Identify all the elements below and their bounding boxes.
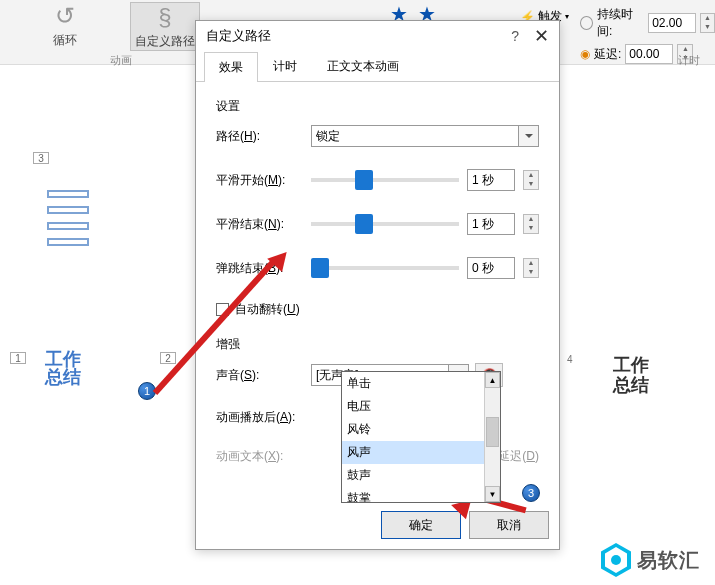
sound-label: 声音(S): xyxy=(216,367,311,384)
slide-number-badge[interactable]: 3 xyxy=(33,152,49,164)
dialog-title: 自定义路径 xyxy=(206,27,511,45)
smooth-end-value[interactable] xyxy=(467,213,515,235)
brand-text: 易软汇 xyxy=(637,547,700,574)
bounce-end-value[interactable] xyxy=(467,257,515,279)
delay-label: 延迟: xyxy=(594,46,621,63)
tab-effect[interactable]: 效果 xyxy=(204,52,258,82)
smooth-end-slider[interactable] xyxy=(311,222,459,226)
duration-spinner[interactable]: ▲▼ xyxy=(700,13,715,33)
slide-number-badge: 4 xyxy=(567,354,573,365)
ok-button[interactable]: 确定 xyxy=(381,511,461,539)
duration-label: 持续时间: xyxy=(597,6,644,40)
after-anim-label: 动画播放后(A): xyxy=(216,409,311,426)
path-combo[interactable]: 锁定 xyxy=(311,125,539,147)
loop-icon: ↺ xyxy=(55,2,75,30)
dropdown-option[interactable]: 电压 xyxy=(342,395,500,418)
ribbon-loop-button[interactable]: ↺ 循环 xyxy=(30,2,100,49)
dropdown-option[interactable]: 鼓声 xyxy=(342,464,500,487)
auto-reverse-checkbox[interactable]: 自动翻转(U) xyxy=(216,301,539,318)
timing-section-label: 计时 xyxy=(678,53,700,68)
dropdown-option[interactable]: 风声 xyxy=(342,441,500,464)
duration-icon xyxy=(580,16,593,30)
smooth-end-label: 平滑结束(N): xyxy=(216,216,311,233)
dropdown-option[interactable]: 鼓掌 xyxy=(342,487,500,503)
dropdown-scrollbar[interactable]: ▲ ▼ xyxy=(484,372,500,502)
watermark: 易软汇 xyxy=(601,543,700,577)
slide-shape xyxy=(47,190,89,250)
dropdown-option[interactable]: 风铃 xyxy=(342,418,500,441)
path-label: 路径(H): xyxy=(216,128,311,145)
bounce-end-spinner[interactable]: ▲▼ xyxy=(523,258,539,278)
smooth-start-value[interactable] xyxy=(467,169,515,191)
smooth-start-label: 平滑开始(M): xyxy=(216,172,311,189)
sound-dropdown-list: 单击 电压 风铃 风声 鼓声 鼓掌 ▲ ▼ xyxy=(341,371,501,503)
custom-path-label: 自定义路径 xyxy=(135,33,195,50)
smooth-start-slider[interactable] xyxy=(311,178,459,182)
custom-path-icon: § xyxy=(158,3,171,31)
brand-icon xyxy=(601,543,631,577)
tabs: 效果 计时 正文文本动画 xyxy=(196,51,559,82)
enhance-section: 增强 xyxy=(216,336,539,353)
anim-text-label: 动画文本(X): xyxy=(216,448,311,465)
chevron-down-icon[interactable] xyxy=(518,126,538,146)
close-button[interactable]: ✕ xyxy=(534,25,549,47)
bounce-end-slider[interactable] xyxy=(311,266,459,270)
cancel-button[interactable]: 取消 xyxy=(469,511,549,539)
delay-input[interactable] xyxy=(625,44,673,64)
chevron-down-icon: ▾ xyxy=(565,12,569,21)
help-button[interactable]: ? xyxy=(511,28,519,44)
ribbon-custom-path-button[interactable]: § 自定义路径 xyxy=(130,2,200,51)
slide-number-badge[interactable]: 1 xyxy=(10,352,26,364)
tab-timing[interactable]: 计时 xyxy=(258,51,312,81)
slide-text: 工作 总结 xyxy=(45,350,81,386)
dialog-titlebar: 自定义路径 ? ✕ xyxy=(196,21,559,51)
annotation-badge: 3 xyxy=(522,484,540,502)
slide-text: 工作 总结 xyxy=(613,355,649,395)
scroll-thumb[interactable] xyxy=(486,417,499,447)
scroll-up-button[interactable]: ▲ xyxy=(485,372,500,388)
dropdown-option[interactable]: 单击 xyxy=(342,372,500,395)
slide-number-badge[interactable]: 2 xyxy=(160,352,176,364)
scroll-down-button[interactable]: ▼ xyxy=(485,486,500,502)
animation-section-label: 动画 xyxy=(110,53,132,68)
tab-text-anim[interactable]: 正文文本动画 xyxy=(312,51,414,81)
settings-section: 设置 xyxy=(216,98,539,115)
loop-label: 循环 xyxy=(53,32,77,49)
delay-icon: ◉ xyxy=(580,47,590,61)
duration-input[interactable] xyxy=(648,13,696,33)
smooth-start-spinner[interactable]: ▲▼ xyxy=(523,170,539,190)
smooth-end-spinner[interactable]: ▲▼ xyxy=(523,214,539,234)
